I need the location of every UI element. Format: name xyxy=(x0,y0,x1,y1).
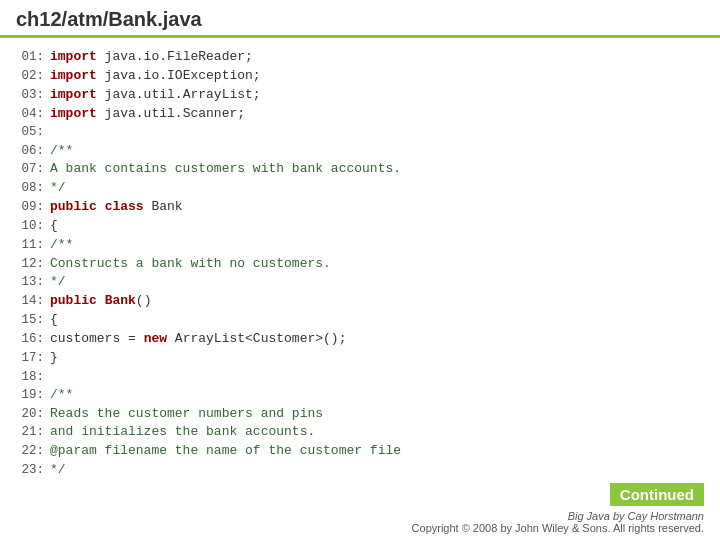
line-number: 05: xyxy=(16,123,44,141)
code-line: 23: */ xyxy=(16,461,704,480)
code-line: 15: { xyxy=(16,311,704,330)
line-content: public class Bank xyxy=(50,198,183,217)
line-number: 16: xyxy=(16,330,44,348)
line-content: import java.io.IOException; xyxy=(50,67,261,86)
line-number: 20: xyxy=(16,405,44,423)
line-content: */ xyxy=(50,461,66,480)
line-number: 14: xyxy=(16,292,44,310)
continued-label: Continued xyxy=(610,483,704,506)
line-number: 15: xyxy=(16,311,44,329)
code-line: 14: public Bank() xyxy=(16,292,704,311)
code-line: 10:{ xyxy=(16,217,704,236)
line-content: } xyxy=(50,349,58,368)
line-content: /** xyxy=(50,142,73,161)
page-title: ch12/atm/Bank.java xyxy=(16,8,704,31)
code-line: 20: Reads the customer numbers and pins xyxy=(16,405,704,424)
line-content: { xyxy=(50,217,58,236)
title-bar: ch12/atm/Bank.java xyxy=(0,0,720,38)
code-line: 22: @param filename the name of the cust… xyxy=(16,442,704,461)
line-number: 07: xyxy=(16,160,44,178)
code-area: 01:import java.io.FileReader;02:import j… xyxy=(16,48,704,480)
line-number: 22: xyxy=(16,442,44,460)
code-line: 03:import java.util.ArrayList; xyxy=(16,86,704,105)
line-content: customers = new ArrayList<Customer>(); xyxy=(50,330,346,349)
line-number: 03: xyxy=(16,86,44,104)
code-line: 18: xyxy=(16,368,704,386)
code-line: 11: /** xyxy=(16,236,704,255)
code-line: 02:import java.io.IOException; xyxy=(16,67,704,86)
footer-line1: Big Java by Cay Horstmann xyxy=(568,510,704,522)
line-content: { xyxy=(50,311,58,330)
code-line: 19: /** xyxy=(16,386,704,405)
line-content: Constructs a bank with no customers. xyxy=(50,255,331,274)
line-content: import java.util.ArrayList; xyxy=(50,86,261,105)
line-number: 17: xyxy=(16,349,44,367)
code-line: 06:/** xyxy=(16,142,704,161)
line-content: public Bank() xyxy=(50,292,151,311)
code-line: 01:import java.io.FileReader; xyxy=(16,48,704,67)
line-content: /** xyxy=(50,386,73,405)
line-content: */ xyxy=(50,273,66,292)
code-line: 04:import java.util.Scanner; xyxy=(16,105,704,124)
line-content: import java.util.Scanner; xyxy=(50,105,245,124)
line-number: 11: xyxy=(16,236,44,254)
line-number: 12: xyxy=(16,255,44,273)
code-line: 08:*/ xyxy=(16,179,704,198)
line-content: A bank contains customers with bank acco… xyxy=(50,160,401,179)
line-number: 01: xyxy=(16,48,44,66)
footer: Continued Big Java by Cay Horstmann Copy… xyxy=(412,483,704,534)
footer-line2: Copyright © 2008 by John Wiley & Sons. A… xyxy=(412,522,704,534)
line-number: 21: xyxy=(16,423,44,441)
line-number: 02: xyxy=(16,67,44,85)
line-content: import java.io.FileReader; xyxy=(50,48,253,67)
line-number: 08: xyxy=(16,179,44,197)
line-content: @param filename the name of the customer… xyxy=(50,442,401,461)
line-content: Reads the customer numbers and pins xyxy=(50,405,323,424)
code-line: 07: A bank contains customers with bank … xyxy=(16,160,704,179)
line-number: 23: xyxy=(16,461,44,479)
line-number: 13: xyxy=(16,273,44,291)
line-number: 09: xyxy=(16,198,44,216)
code-line: 09:public class Bank xyxy=(16,198,704,217)
line-number: 18: xyxy=(16,368,44,386)
line-content: /** xyxy=(50,236,73,255)
line-number: 10: xyxy=(16,217,44,235)
line-number: 04: xyxy=(16,105,44,123)
line-number: 19: xyxy=(16,386,44,404)
line-content: and initializes the bank accounts. xyxy=(50,423,315,442)
code-line: 12: Constructs a bank with no customers. xyxy=(16,255,704,274)
code-line: 17: } xyxy=(16,349,704,368)
code-line: 21: and initializes the bank accounts. xyxy=(16,423,704,442)
code-content: 01:import java.io.FileReader;02:import j… xyxy=(0,38,720,486)
code-line: 05: xyxy=(16,123,704,141)
code-line: 13: */ xyxy=(16,273,704,292)
line-content: */ xyxy=(50,179,66,198)
code-line: 16: customers = new ArrayList<Customer>(… xyxy=(16,330,704,349)
line-number: 06: xyxy=(16,142,44,160)
